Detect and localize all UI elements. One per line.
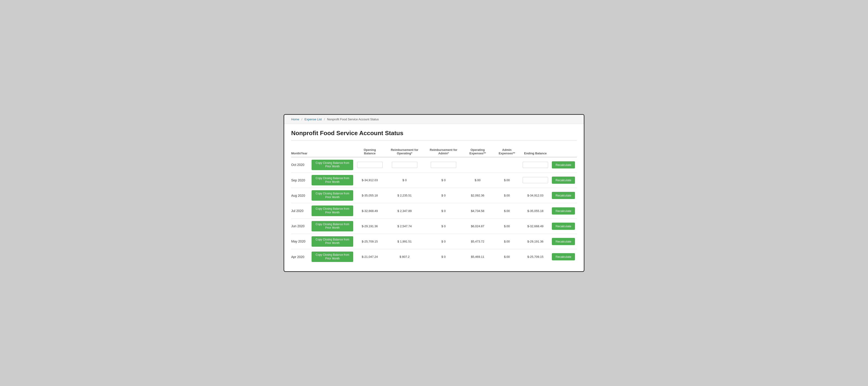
copy-closing-balance-button[interactable]: Copy Closing Balance from Prior Month bbox=[312, 205, 353, 216]
cell-admin-expenses: $.00 bbox=[493, 188, 521, 203]
copy-closing-balance-button[interactable]: Copy Closing Balance from Prior Month bbox=[312, 160, 353, 170]
cell-recalc[interactable]: Recalculate bbox=[550, 203, 577, 219]
copy-closing-balance-button[interactable]: Copy Closing Balance from Prior Month bbox=[312, 175, 353, 185]
cell-copy-btn[interactable]: Copy Closing Balance from Prior Month bbox=[310, 203, 355, 219]
cell-ending-balance[interactable] bbox=[521, 157, 550, 173]
main-content: Nonprofit Food Service Account Status Mo… bbox=[284, 124, 584, 271]
copy-closing-balance-button[interactable]: Copy Closing Balance from Prior Month bbox=[312, 221, 353, 231]
cell-opening-balance[interactable] bbox=[355, 157, 384, 173]
cell-reimb-operating: $ 2,235.51 bbox=[384, 188, 425, 203]
cell-opening-balance: $-25,709.15 bbox=[355, 234, 384, 249]
cell-operating-expenses: $4,734.58 bbox=[462, 203, 493, 219]
cell-copy-btn[interactable]: Copy Closing Balance from Prior Month bbox=[310, 234, 355, 249]
cell-operating-expenses bbox=[462, 157, 493, 173]
cell-copy-btn[interactable]: Copy Closing Balance from Prior Month bbox=[310, 249, 355, 264]
operating-expenses-value: $2,092.36 bbox=[471, 194, 484, 197]
cell-reimb-admin[interactable] bbox=[425, 157, 462, 173]
cell-opening-balance: $-21,047.24 bbox=[355, 249, 384, 264]
opening-balance-value: $-35,055.18 bbox=[362, 194, 378, 197]
reimb-operating-value: $ 2,235.51 bbox=[397, 194, 411, 197]
header-copy-btn-col bbox=[310, 146, 355, 157]
cell-reimb-operating: $ 0 bbox=[384, 173, 425, 188]
account-status-table: Month/Year Opening Balance Reimbursement… bbox=[291, 146, 577, 264]
operating-expenses-value: $5,473.72 bbox=[471, 240, 484, 243]
cell-opening-balance: $-34,912.03 bbox=[355, 173, 384, 188]
table-row: May 2020Copy Closing Balance from Prior … bbox=[291, 234, 577, 249]
table-header-row: Month/Year Opening Balance Reimbursement… bbox=[291, 146, 577, 157]
cell-admin-expenses: $.00 bbox=[493, 249, 521, 264]
reimb-admin-value: $ 0 bbox=[441, 224, 445, 228]
cell-operating-expenses: $.00 bbox=[462, 173, 493, 188]
admin-expenses-value: $.00 bbox=[504, 224, 510, 228]
reimb-operating-value: $ 2,547.74 bbox=[397, 224, 411, 228]
operating-expenses-value: $5,469.11 bbox=[471, 255, 484, 258]
breadcrumb-home[interactable]: Home bbox=[291, 118, 299, 121]
recalculate-button[interactable]: Recalculate bbox=[552, 253, 575, 260]
cell-copy-btn[interactable]: Copy Closing Balance from Prior Month bbox=[310, 188, 355, 203]
recalculate-button[interactable]: Recalculate bbox=[552, 223, 575, 230]
cell-admin-expenses: $.00 bbox=[493, 173, 521, 188]
reimb-operating-value: $ 807.2 bbox=[400, 255, 409, 258]
cell-copy-btn[interactable]: Copy Closing Balance from Prior Month bbox=[310, 219, 355, 234]
cell-ending-balance[interactable] bbox=[521, 173, 550, 188]
header-ending-balance: Ending Balance bbox=[521, 146, 550, 157]
cell-reimb-operating: $ 1,991.51 bbox=[384, 234, 425, 249]
cell-reimb-operating[interactable] bbox=[384, 157, 425, 173]
admin-expenses-value: $.00 bbox=[504, 179, 510, 182]
reimb-admin-value: $ 0 bbox=[441, 194, 445, 197]
copy-closing-balance-button[interactable]: Copy Closing Balance from Prior Month bbox=[312, 190, 353, 201]
cell-month: May 2020 bbox=[291, 234, 310, 249]
reimb-admin-value: $ 0 bbox=[441, 240, 445, 243]
cell-reimb-admin: $ 0 bbox=[425, 234, 462, 249]
recalculate-button[interactable]: Recalculate bbox=[552, 207, 575, 215]
cell-ending-balance: $-34,912.03 bbox=[521, 188, 550, 203]
table-row: Jul 2020Copy Closing Balance from Prior … bbox=[291, 203, 577, 219]
cell-admin-expenses: $.00 bbox=[493, 203, 521, 219]
cell-reimb-admin: $ 0 bbox=[425, 203, 462, 219]
operating-expenses-value: $.00 bbox=[475, 179, 480, 182]
recalculate-button[interactable]: Recalculate bbox=[552, 238, 575, 245]
cell-reimb-admin: $ 0 bbox=[425, 188, 462, 203]
cell-copy-btn[interactable]: Copy Closing Balance from Prior Month bbox=[310, 157, 355, 173]
cell-admin-expenses: $.00 bbox=[493, 234, 521, 249]
opening-balance-value: $-21,047.24 bbox=[362, 255, 378, 258]
ending-balance-value: $-35,055.18 bbox=[527, 209, 543, 213]
breadcrumb-expense-list[interactable]: Expense List bbox=[305, 118, 322, 121]
breadcrumb-bar: Home / Expense List / Nonprofit Food Ser… bbox=[284, 115, 584, 124]
cell-ending-balance: $-32,668.49 bbox=[521, 219, 550, 234]
admin-expenses-value: $.00 bbox=[504, 255, 510, 258]
table-row: Jun 2020Copy Closing Balance from Prior … bbox=[291, 219, 577, 234]
cell-recalc[interactable]: Recalculate bbox=[550, 173, 577, 188]
cell-copy-btn[interactable]: Copy Closing Balance from Prior Month bbox=[310, 173, 355, 188]
opening-balance-input[interactable] bbox=[357, 162, 383, 168]
recalculate-button[interactable]: Recalculate bbox=[552, 176, 575, 184]
copy-closing-balance-button[interactable]: Copy Closing Balance from Prior Month bbox=[312, 236, 353, 247]
header-opening-balance: Opening Balance bbox=[355, 146, 384, 157]
recalculate-button[interactable]: Recalculate bbox=[552, 192, 575, 199]
cell-recalc[interactable]: Recalculate bbox=[550, 219, 577, 234]
ending-balance-input[interactable] bbox=[523, 177, 548, 183]
ending-balance-value: $-29,191.36 bbox=[527, 240, 543, 243]
table-row: Apr 2020Copy Closing Balance from Prior … bbox=[291, 249, 577, 264]
opening-balance-value: $-29,191.36 bbox=[362, 224, 378, 228]
cell-recalc[interactable]: Recalculate bbox=[550, 249, 577, 264]
reimb-admin-input[interactable] bbox=[431, 162, 456, 168]
cell-recalc[interactable]: Recalculate bbox=[550, 234, 577, 249]
reimb-admin-value: $ 0 bbox=[441, 209, 445, 213]
cell-recalc[interactable]: Recalculate bbox=[550, 188, 577, 203]
cell-month: Sep 2020 bbox=[291, 173, 310, 188]
opening-balance-value: $-25,709.15 bbox=[362, 240, 378, 243]
ending-balance-input[interactable] bbox=[523, 162, 548, 168]
cell-ending-balance: $-29,191.36 bbox=[521, 234, 550, 249]
cell-ending-balance: $-25,709.15 bbox=[521, 249, 550, 264]
operating-expenses-value: $4,734.58 bbox=[471, 209, 484, 213]
cell-recalc[interactable]: Recalculate bbox=[550, 157, 577, 173]
admin-expenses-value: $.00 bbox=[504, 194, 510, 197]
ending-balance-value: $-32,668.49 bbox=[527, 224, 543, 228]
reimb-admin-value: $ 0 bbox=[441, 255, 445, 258]
copy-closing-balance-button[interactable]: Copy Closing Balance from Prior Month bbox=[312, 252, 353, 262]
recalculate-button[interactable]: Recalculate bbox=[552, 161, 575, 168]
cell-operating-expenses: $5,473.72 bbox=[462, 234, 493, 249]
cell-reimb-admin: $ 0 bbox=[425, 173, 462, 188]
reimb-operating-input[interactable] bbox=[392, 162, 417, 168]
